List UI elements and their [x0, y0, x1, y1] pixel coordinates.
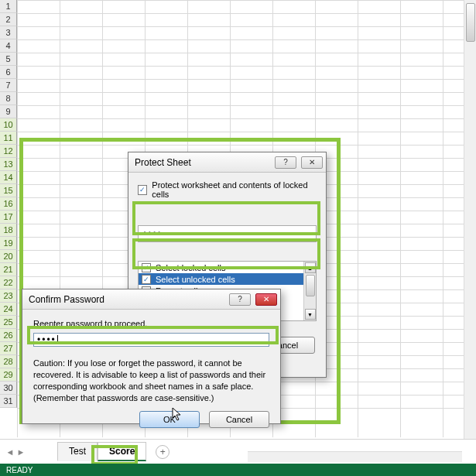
row-header[interactable]: 9: [0, 105, 17, 118]
status-text: READY: [6, 466, 33, 474]
row-header[interactable]: 1: [0, 0, 17, 13]
row-header[interactable]: 21: [0, 263, 17, 276]
row-header[interactable]: 25: [0, 316, 17, 329]
row-header[interactable]: 7: [0, 79, 17, 92]
confirm-cancel-button[interactable]: Cancel: [209, 411, 269, 428]
scroll-down-icon[interactable]: ▼: [305, 309, 316, 320]
row-header[interactable]: 18: [0, 224, 17, 237]
text-caret: [57, 335, 58, 344]
checkbox-icon: ✓: [138, 185, 147, 195]
dialog-titlebar: Confirm Password ? ✕: [22, 289, 280, 310]
scroll-up-icon[interactable]: ▲: [305, 262, 316, 273]
row-header[interactable]: 4: [0, 39, 17, 53]
confirm-ok-button[interactable]: OK: [139, 411, 200, 428]
close-button[interactable]: ✕: [301, 156, 323, 169]
row-header[interactable]: 3: [0, 26, 17, 39]
row-header[interactable]: 13: [0, 158, 17, 171]
permission-label: Select locked cells: [156, 263, 226, 272]
row-header[interactable]: 5: [0, 53, 17, 66]
tab-nav-left-icon[interactable]: ◄: [5, 447, 15, 457]
scroll-thumb[interactable]: [306, 275, 315, 296]
dialog-titlebar: Protect Sheet ? ✕: [128, 152, 326, 173]
caution-text: Caution: If you lose or forget the passw…: [33, 358, 269, 403]
row-header[interactable]: 10: [0, 118, 17, 132]
row-header[interactable]: 17: [0, 211, 17, 224]
sheet-tab[interactable]: Score: [98, 442, 146, 461]
protect-main-checkbox-row[interactable]: ✓ Protect worksheet and contents of lock…: [138, 180, 317, 199]
status-bar: READY: [0, 464, 476, 476]
close-button[interactable]: ✕: [255, 293, 277, 306]
checkbox-icon: ✓: [142, 263, 151, 272]
row-header[interactable]: 20: [0, 250, 17, 263]
row-header[interactable]: 14: [0, 171, 17, 184]
password-value: ••••: [143, 228, 163, 239]
row-headers: 1234567891011121314151617181920212223242…: [0, 0, 17, 408]
row-header[interactable]: 23: [0, 289, 17, 303]
sheet-tabs: TestScore: [57, 442, 146, 461]
row-header[interactable]: 15: [0, 184, 17, 197]
dialog-title: Protect Sheet: [135, 157, 191, 168]
row-header[interactable]: 27: [0, 342, 17, 355]
password-input[interactable]: ••••: [138, 225, 317, 242]
listbox-scrollbar[interactable]: ▲ ▼: [303, 262, 316, 320]
permission-label: Select unlocked cells: [156, 275, 235, 284]
row-header[interactable]: 6: [0, 66, 17, 79]
row-header[interactable]: 26: [0, 329, 17, 342]
row-header[interactable]: 30: [0, 382, 17, 395]
new-sheet-button[interactable]: +: [156, 445, 170, 459]
vertical-scrollbar[interactable]: [464, 0, 476, 439]
row-header[interactable]: 11: [0, 132, 17, 145]
sheet-tab[interactable]: Test: [57, 442, 98, 461]
row-header[interactable]: 31: [0, 395, 17, 408]
permission-option[interactable]: ✓Select locked cells: [139, 262, 316, 273]
row-header[interactable]: 2: [0, 13, 17, 26]
confirm-prompt: Reenter password to proceed.: [33, 319, 269, 328]
row-header[interactable]: 29: [0, 368, 17, 382]
checkbox-icon: ✓: [142, 275, 151, 284]
confirm-password-dialog: Confirm Password ? ✕ Reenter password to…: [22, 289, 281, 424]
confirm-password-value: ••••: [37, 334, 57, 345]
row-header[interactable]: 12: [0, 145, 17, 158]
dialog-title: Confirm Password: [29, 294, 104, 305]
protect-main-label: Protect worksheet and contents of locked…: [152, 180, 317, 199]
horizontal-scrollbar[interactable]: [248, 451, 462, 462]
row-header[interactable]: 19: [0, 237, 17, 250]
tab-nav-right-icon[interactable]: ►: [15, 447, 26, 457]
confirm-password-input[interactable]: ••••: [33, 333, 269, 347]
row-header[interactable]: 22: [0, 276, 17, 289]
row-header[interactable]: 8: [0, 92, 17, 105]
row-header[interactable]: 28: [0, 355, 17, 368]
row-header[interactable]: 16: [0, 197, 17, 211]
permission-option[interactable]: ✓Select unlocked cells: [139, 273, 316, 285]
row-header[interactable]: 24: [0, 303, 17, 316]
help-button[interactable]: ?: [275, 156, 296, 169]
help-button[interactable]: ?: [229, 293, 251, 306]
